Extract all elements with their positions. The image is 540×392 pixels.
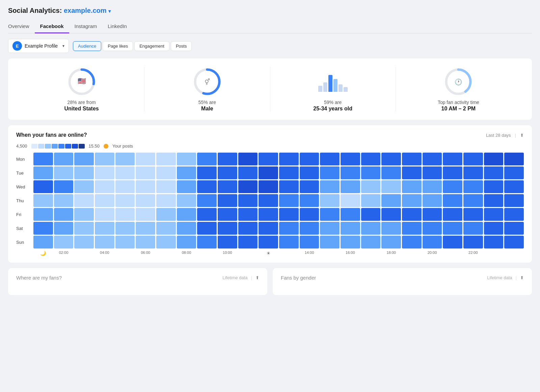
heatmap-cell-mon-14[interactable] [320,153,340,165]
heatmap-cell-thu-3[interactable] [95,194,114,207]
heatmap-cell-wed-15[interactable] [341,180,360,193]
heatmap-cell-tue-10[interactable] [238,166,258,179]
tab-instagram[interactable]: Instagram [69,20,103,33]
heatmap-cell-fri-1[interactable] [54,208,74,221]
heatmap-cell-sun-0[interactable] [33,236,53,249]
heatmap-cell-wed-4[interactable] [115,180,135,193]
heatmap-cell-mon-4[interactable] [115,153,135,165]
heatmap-cell-thu-7[interactable] [177,194,196,207]
heatmap-cell-fri-21[interactable] [463,208,483,221]
heatmap-cell-mon-7[interactable] [177,153,196,165]
heatmap-cell-wed-14[interactable] [320,180,340,193]
heatmap-cell-sat-9[interactable] [218,222,237,235]
domain-chevron[interactable]: ▾ [108,8,111,14]
heatmap-cell-wed-16[interactable] [361,180,381,193]
heatmap-cell-sat-1[interactable] [54,222,74,235]
heatmap-cell-mon-10[interactable] [238,153,258,165]
heatmap-cell-mon-3[interactable] [95,153,114,165]
sub-tab-audience[interactable]: Audience [73,41,101,51]
sub-tab-page-likes[interactable]: Page likes [103,41,133,51]
heatmap-cell-fri-16[interactable] [361,208,381,221]
heatmap-cell-fri-19[interactable] [423,208,442,221]
heatmap-cell-fri-13[interactable] [300,208,319,221]
heatmap-cell-thu-11[interactable] [259,194,278,207]
heatmap-cell-fri-15[interactable] [341,208,360,221]
heatmap-cell-mon-11[interactable] [259,153,278,165]
heatmap-cell-sat-22[interactable] [484,222,504,235]
heatmap-cell-tue-1[interactable] [54,166,74,179]
heatmap-cell-tue-20[interactable] [443,166,462,179]
heatmap-cell-sun-17[interactable] [381,236,401,249]
heatmap-cell-sat-20[interactable] [443,222,462,235]
heatmap-cell-sun-14[interactable] [320,236,340,249]
heatmap-cell-wed-23[interactable] [504,180,524,193]
heatmap-cell-thu-18[interactable] [402,194,422,207]
heatmap-cell-tue-18[interactable] [402,166,422,179]
heatmap-cell-thu-5[interactable] [136,194,155,207]
heatmap-cell-mon-15[interactable] [341,153,360,165]
heatmap-cell-sun-16[interactable] [361,236,381,249]
heatmap-cell-wed-8[interactable] [197,180,217,193]
heatmap-cell-tue-5[interactable] [136,166,155,179]
heatmap-cell-tue-22[interactable] [484,166,504,179]
heatmap-cell-sun-4[interactable] [115,236,135,249]
heatmap-cell-tue-9[interactable] [218,166,237,179]
heatmap-cell-tue-0[interactable] [33,166,53,179]
heatmap-cell-sat-23[interactable] [504,222,524,235]
heatmap-cell-sun-9[interactable] [218,236,237,249]
heatmap-cell-thu-6[interactable] [156,194,176,207]
heatmap-cell-wed-13[interactable] [300,180,319,193]
heatmap-cell-sat-18[interactable] [402,222,422,235]
heatmap-cell-thu-15[interactable] [341,194,360,207]
heatmap-cell-sat-21[interactable] [463,222,483,235]
sub-tab-posts[interactable]: Posts [171,41,192,51]
heatmap-cell-mon-19[interactable] [423,153,442,165]
heatmap-cell-tue-16[interactable] [361,166,381,179]
heatmap-cell-thu-13[interactable] [300,194,319,207]
heatmap-cell-sat-15[interactable] [341,222,360,235]
heatmap-cell-wed-0[interactable] [33,180,53,193]
heatmap-cell-wed-12[interactable] [279,180,299,193]
heatmap-cell-wed-22[interactable] [484,180,504,193]
heatmap-cell-wed-1[interactable] [54,180,74,193]
heatmap-cell-mon-20[interactable] [443,153,462,165]
heatmap-cell-sat-10[interactable] [238,222,258,235]
heatmap-cell-mon-16[interactable] [361,153,381,165]
heatmap-cell-fri-11[interactable] [259,208,278,221]
heatmap-cell-sat-8[interactable] [197,222,217,235]
tab-linkedin[interactable]: LinkedIn [102,20,132,33]
heatmap-cell-sun-15[interactable] [341,236,360,249]
heatmap-cell-sat-3[interactable] [95,222,114,235]
heatmap-cell-fri-6[interactable] [156,208,176,221]
heatmap-cell-fri-18[interactable] [402,208,422,221]
heatmap-cell-sun-11[interactable] [259,236,278,249]
heatmap-cell-wed-11[interactable] [259,180,278,193]
heatmap-cell-sat-6[interactable] [156,222,176,235]
heatmap-cell-sat-12[interactable] [279,222,299,235]
heatmap-cell-tue-19[interactable] [423,166,442,179]
heatmap-cell-sat-17[interactable] [381,222,401,235]
heatmap-cell-thu-0[interactable] [33,194,53,207]
fans-gender-upload-icon[interactable]: ⬆ [520,275,524,280]
heatmap-cell-thu-22[interactable] [484,194,504,207]
heatmap-cell-sun-13[interactable] [300,236,319,249]
heatmap-cell-fri-12[interactable] [279,208,299,221]
heatmap-cell-sat-7[interactable] [177,222,196,235]
heatmap-cell-thu-8[interactable] [197,194,217,207]
fans-location-upload-icon[interactable]: ⬆ [255,275,259,280]
heatmap-cell-mon-9[interactable] [218,153,237,165]
heatmap-cell-thu-9[interactable] [218,194,237,207]
heatmap-cell-tue-2[interactable] [74,166,94,179]
heatmap-cell-sun-5[interactable] [136,236,155,249]
heatmap-cell-fri-3[interactable] [95,208,114,221]
heatmap-cell-sun-8[interactable] [197,236,217,249]
heatmap-cell-sun-2[interactable] [74,236,94,249]
heatmap-cell-fri-4[interactable] [115,208,135,221]
heatmap-cell-fri-9[interactable] [218,208,237,221]
heatmap-cell-thu-10[interactable] [238,194,258,207]
heatmap-cell-wed-17[interactable] [381,180,401,193]
heatmap-cell-wed-20[interactable] [443,180,462,193]
heatmap-cell-thu-4[interactable] [115,194,135,207]
heatmap-cell-sun-7[interactable] [177,236,196,249]
heatmap-cell-tue-13[interactable] [300,166,319,179]
